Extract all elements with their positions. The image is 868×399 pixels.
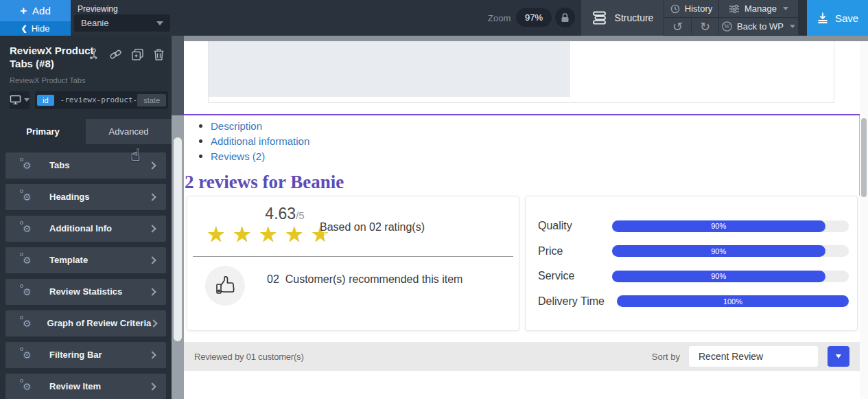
structure-icon	[591, 10, 608, 26]
reviewed-by-text: Reviewed by 01 customer(s)	[194, 352, 304, 362]
star-rating: ☆★☆★☆★☆★☆★	[207, 223, 332, 246]
structure-button[interactable]: Structure	[581, 0, 664, 36]
product-tab-links: Description Additional information Revie…	[199, 118, 309, 163]
oxygen-builder-app: + Add ❮ Hide Previewing Beanie Zoom 97%	[0, 0, 868, 399]
canvas-scrollbar-thumb[interactable]	[861, 118, 867, 197]
structure-label: Structure	[615, 12, 654, 23]
link-icon[interactable]	[109, 48, 122, 61]
criteria-bar-fill: 90%	[612, 245, 825, 257]
recommend-text: 02 Customer(s) recommended this item	[267, 273, 462, 286]
tab-advanced-label: Advanced	[109, 126, 149, 137]
id-value[interactable]: -reviewx-product-	[60, 95, 138, 104]
hierarchy-icon[interactable]	[87, 48, 100, 61]
chevron-right-icon	[148, 161, 156, 169]
device-select[interactable]	[10, 91, 30, 109]
sort-dropdown-button[interactable]	[828, 346, 849, 367]
element-settings-sidebar: ReviewX Product Tabs (#8)	[0, 36, 172, 399]
sidebar-item[interactable]: ⚙ Review Statistics	[5, 279, 166, 305]
star-icon: ☆★	[207, 223, 228, 246]
sidebar-item-label: Graph of Review Criteria	[47, 318, 152, 328]
sort-select[interactable]: Recent Review	[689, 346, 818, 367]
gear-icon: ⚙	[23, 350, 34, 361]
recommend-count: 02	[267, 273, 279, 285]
save-download-icon	[817, 12, 829, 24]
sort-by-label: Sort by	[652, 352, 680, 362]
sidebar-scrollbar	[172, 36, 184, 399]
canvas-top-edge	[184, 36, 868, 41]
sidebar-item[interactable]: ⚙ Graph of Review Criteria	[5, 310, 166, 337]
zoom-level-control[interactable]: 97%	[516, 8, 552, 27]
element-action-icons	[87, 48, 165, 61]
product-tab-link-item: Additional information	[199, 133, 309, 148]
zoom-label: Zoom	[488, 13, 511, 23]
gear-icon: ⚙	[23, 192, 34, 203]
lock-icon	[561, 13, 570, 23]
wordpress-icon: W	[722, 21, 732, 32]
criteria-bar-fill: 90%	[612, 220, 825, 232]
gear-icon: ⚙	[23, 160, 34, 171]
preview-target-value: Beanie	[81, 18, 108, 28]
sidebar-item[interactable]: ⚙ Filtering Bar	[5, 342, 166, 368]
criteria-label: Service	[538, 270, 600, 282]
hide-button[interactable]: ❮ Hide	[0, 21, 71, 36]
top-toolbar: + Add ❮ Hide Previewing Beanie Zoom 97%	[0, 0, 868, 36]
undo-button[interactable]: ↺	[664, 18, 692, 36]
recommend-label: Customer(s) recommended this item	[285, 273, 463, 285]
product-tab-link[interactable]: Additional information	[211, 135, 309, 147]
product-tab-link[interactable]: Reviews (2)	[211, 150, 265, 162]
sidebar-item[interactable]: ⚙ Tabs	[5, 152, 166, 179]
sidebar-item[interactable]: ⚙ Template	[5, 247, 166, 273]
product-tab-link-item: Reviews (2)	[199, 148, 309, 163]
star-icon: ☆★	[285, 223, 306, 246]
sidebar-item-label: Headings	[49, 192, 90, 202]
preview-canvas: Description Additional information Revie…	[184, 36, 868, 399]
trash-icon[interactable]	[153, 48, 165, 61]
back-to-wp-button[interactable]: W Back to WP	[719, 18, 799, 36]
add-button[interactable]: + Add	[0, 0, 71, 21]
chevron-right-icon	[148, 288, 156, 295]
state-button[interactable]: state	[137, 94, 166, 106]
sidebar-item[interactable]: ⚙ Headings	[5, 184, 166, 210]
clock-icon	[670, 4, 680, 14]
recommend-badge	[205, 266, 245, 306]
redo-button[interactable]: ↻	[692, 18, 719, 36]
history-label: History	[685, 3, 712, 14]
tab-advanced[interactable]: Advanced	[86, 119, 172, 144]
save-button[interactable]: Save	[807, 0, 868, 36]
manage-button[interactable]: Manage	[719, 0, 799, 18]
chevron-left-icon: ❮	[21, 24, 27, 33]
criteria-bar-track: 90%	[612, 271, 849, 282]
based-on-text: Based on 02 rating(s)	[320, 221, 425, 233]
product-tab-link[interactable]: Description	[211, 120, 262, 132]
zoom-lock-button[interactable]	[555, 8, 575, 27]
criteria-bar-value: 90%	[711, 222, 726, 230]
previewing-label: Previewing	[78, 4, 118, 14]
element-id-field[interactable]: id -reviewx-product- state	[35, 91, 168, 109]
reviews-heading: 2 reviews for Beanie	[185, 172, 344, 193]
sidebar-item[interactable]: ⚙ Additional Info	[5, 216, 166, 242]
hide-button-label: Hide	[32, 23, 50, 34]
average-score: 4.63/5	[230, 205, 340, 223]
criteria-row: Quality 90%	[538, 214, 849, 239]
duplicate-icon[interactable]	[131, 48, 144, 61]
gear-icon: ⚙	[23, 255, 34, 266]
criteria-label: Quality	[538, 220, 600, 232]
criteria-row: Delivery Time 100%	[538, 289, 849, 315]
chevron-down-icon	[790, 25, 795, 28]
sidebar-scrollbar-gutter	[172, 36, 184, 115]
star-icon: ☆★	[233, 223, 254, 246]
element-id-row: id -reviewx-product- state	[10, 91, 165, 109]
sort-select-value: Recent Review	[699, 351, 763, 362]
tab-primary[interactable]: Primary	[0, 119, 86, 144]
bullet-icon	[199, 155, 202, 158]
sidebar-scrollbar-thumb[interactable]	[174, 137, 182, 341]
history-button[interactable]: History	[664, 0, 719, 18]
sidebar-item[interactable]: ⚙ Review Item	[5, 374, 166, 399]
criteria-graph: Quality 90% Price 90% Service 90% Delive…	[538, 214, 849, 314]
preview-target-select[interactable]: Beanie	[74, 14, 170, 32]
gear-icon: ⚙	[23, 286, 34, 297]
criteria-bar-value: 90%	[711, 272, 726, 280]
criteria-bar-track: 90%	[612, 245, 849, 257]
review-statistics-card: 4.63/5 ☆★☆★☆★☆★☆★ Based on 02 rating(s) …	[187, 196, 519, 331]
review-filtering-bar: Reviewed by 01 customer(s) Sort by Recen…	[184, 342, 860, 371]
